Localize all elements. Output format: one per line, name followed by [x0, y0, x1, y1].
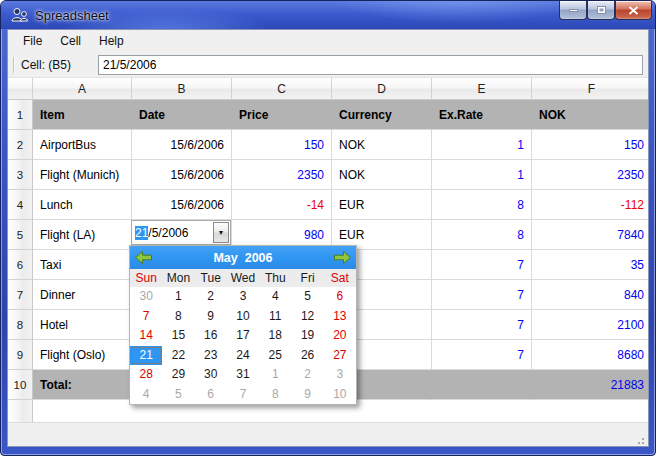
column-header-d[interactable]: D: [332, 78, 432, 100]
cell-A1[interactable]: Item: [33, 100, 132, 130]
corner-cell[interactable]: [8, 78, 33, 100]
cell-E8[interactable]: 7: [432, 310, 532, 340]
calendar-day[interactable]: 3: [227, 287, 259, 307]
cell-A7[interactable]: Dinner: [33, 280, 132, 310]
calendar-day[interactable]: 25: [259, 346, 291, 366]
column-header-f[interactable]: F: [532, 78, 648, 100]
cell-E1[interactable]: Ex.Rate: [432, 100, 532, 130]
cell-F10[interactable]: 21883: [532, 370, 648, 400]
cell-A6[interactable]: Taxi: [33, 250, 132, 280]
calendar-day[interactable]: 6: [195, 385, 227, 405]
calendar-day[interactable]: 14: [130, 326, 162, 346]
cell-F2[interactable]: 150: [532, 130, 648, 160]
calendar-dropdown-button[interactable]: ▼: [213, 222, 229, 243]
column-header-e[interactable]: E: [432, 78, 532, 100]
cell-F1[interactable]: NOK: [532, 100, 648, 130]
calendar-day[interactable]: 9: [291, 385, 323, 405]
cell-D2[interactable]: NOK: [332, 130, 432, 160]
cell-A9[interactable]: Flight (Oslo): [33, 340, 132, 370]
calendar-day[interactable]: 19: [291, 326, 323, 346]
cell-C4[interactable]: -14: [232, 190, 332, 220]
calendar-day[interactable]: 11: [259, 307, 291, 327]
cell-E7[interactable]: 7: [432, 280, 532, 310]
calendar-day[interactable]: 10: [324, 385, 356, 405]
cell-C2[interactable]: 150: [232, 130, 332, 160]
calendar-day[interactable]: 3: [324, 365, 356, 385]
calendar-day[interactable]: 15: [162, 326, 194, 346]
cell-F7[interactable]: 840: [532, 280, 648, 310]
calendar-day[interactable]: 1: [162, 287, 194, 307]
row-header-5[interactable]: 5: [8, 220, 33, 250]
resize-grip[interactable]: [633, 431, 645, 443]
calendar-day-selected[interactable]: 21: [130, 346, 162, 366]
calendar-day[interactable]: 30: [130, 287, 162, 307]
calendar-day[interactable]: 27: [324, 346, 356, 366]
menu-help[interactable]: Help: [90, 31, 133, 51]
calendar-day[interactable]: 26: [291, 346, 323, 366]
calendar-day[interactable]: 31: [227, 365, 259, 385]
formula-input[interactable]: [98, 55, 643, 75]
cell-D4[interactable]: EUR: [332, 190, 432, 220]
calendar-day[interactable]: 7: [130, 307, 162, 327]
calendar-day[interactable]: 2: [195, 287, 227, 307]
cell-A2[interactable]: AirportBus: [33, 130, 132, 160]
cell-E5[interactable]: 8: [432, 220, 532, 250]
maximize-button[interactable]: [587, 1, 615, 20]
calendar-day[interactable]: 28: [130, 365, 162, 385]
cell-F5[interactable]: 7840: [532, 220, 648, 250]
cell-E4[interactable]: 8: [432, 190, 532, 220]
cell-A10[interactable]: Total:: [33, 370, 132, 400]
cell-C1[interactable]: Price: [232, 100, 332, 130]
cell-F8[interactable]: 2100: [532, 310, 648, 340]
row-header-6[interactable]: 6: [8, 250, 33, 280]
calendar-day[interactable]: 16: [195, 326, 227, 346]
cell-B4[interactable]: 15/6/2006: [132, 190, 232, 220]
calendar-day[interactable]: 18: [259, 326, 291, 346]
cell-A4[interactable]: Lunch: [33, 190, 132, 220]
calendar-day[interactable]: 2: [291, 365, 323, 385]
minimize-button[interactable]: [559, 1, 587, 20]
row-header-8[interactable]: 8: [8, 310, 33, 340]
cell-F6[interactable]: 35: [532, 250, 648, 280]
calendar-day[interactable]: 4: [259, 287, 291, 307]
row-header-1[interactable]: 1: [8, 100, 33, 130]
column-header-a[interactable]: A: [33, 78, 132, 100]
calendar-day[interactable]: 8: [162, 307, 194, 327]
row-header-7[interactable]: 7: [8, 280, 33, 310]
menu-file[interactable]: File: [14, 31, 51, 51]
cell-F3[interactable]: 2350: [532, 160, 648, 190]
calendar-day[interactable]: 4: [130, 385, 162, 405]
cell-A5[interactable]: Flight (LA): [33, 220, 132, 250]
cell-E3[interactable]: 1: [432, 160, 532, 190]
cell-E6[interactable]: 7: [432, 250, 532, 280]
calendar-day[interactable]: 20: [324, 326, 356, 346]
calendar-day[interactable]: 23: [195, 346, 227, 366]
cell-B3[interactable]: 15/6/2006: [132, 160, 232, 190]
calendar-day[interactable]: 17: [227, 326, 259, 346]
cell-A3[interactable]: Flight (Munich): [33, 160, 132, 190]
calendar-day[interactable]: 1: [259, 365, 291, 385]
toolbar-handle[interactable]: [13, 57, 15, 73]
calendar-day[interactable]: 12: [291, 307, 323, 327]
calendar-day[interactable]: 30: [195, 365, 227, 385]
calendar-day[interactable]: 6: [324, 287, 356, 307]
cell-E9[interactable]: 7: [432, 340, 532, 370]
calendar-day[interactable]: 22: [162, 346, 194, 366]
calendar-day[interactable]: 5: [291, 287, 323, 307]
column-header-b[interactable]: B: [132, 78, 232, 100]
row-header-10[interactable]: 10: [8, 370, 33, 400]
row-header-2[interactable]: 2: [8, 130, 33, 160]
calendar-day[interactable]: 7: [227, 385, 259, 405]
row-header-4[interactable]: 4: [8, 190, 33, 220]
date-editor[interactable]: 21/5/2006 ▼: [131, 220, 231, 245]
calendar-day[interactable]: 24: [227, 346, 259, 366]
next-month-button[interactable]: [333, 251, 351, 265]
cell-B2[interactable]: 15/6/2006: [132, 130, 232, 160]
cell-C3[interactable]: 2350: [232, 160, 332, 190]
calendar-day[interactable]: 29: [162, 365, 194, 385]
calendar-day[interactable]: 5: [162, 385, 194, 405]
calendar-day[interactable]: 9: [195, 307, 227, 327]
menu-cell[interactable]: Cell: [51, 31, 90, 51]
cell-E10[interactable]: [432, 370, 532, 400]
prev-month-button[interactable]: [135, 251, 153, 265]
